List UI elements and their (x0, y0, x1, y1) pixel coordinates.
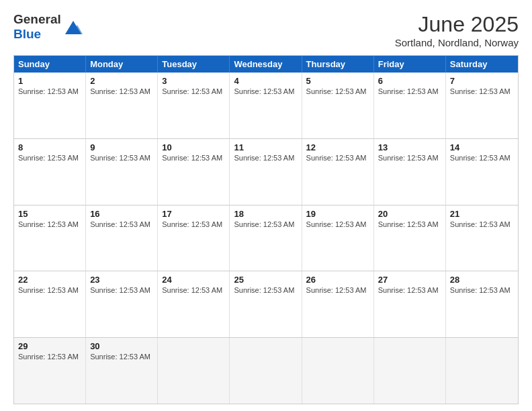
day-number: 24 (162, 275, 225, 285)
cal-cell-1-2: 10Sunrise: 12:53 AM (158, 139, 230, 205)
header-thursday: Thursday (302, 56, 374, 73)
sunrise-time: Sunrise: 12:53 AM (306, 220, 367, 228)
day-number: 13 (378, 142, 441, 152)
sunrise-time: Sunrise: 12:53 AM (450, 87, 511, 95)
cal-cell-3-5: 27Sunrise: 12:53 AM (374, 271, 446, 337)
cal-cell-3-4: 26Sunrise: 12:53 AM (302, 271, 374, 337)
day-number: 7 (450, 76, 514, 86)
day-number: 3 (162, 76, 225, 86)
cal-cell-1-3: 11Sunrise: 12:53 AM (230, 139, 302, 205)
sunrise-time: Sunrise: 12:53 AM (18, 154, 79, 162)
day-number: 26 (306, 275, 369, 285)
sunrise-time: Sunrise: 12:53 AM (306, 286, 367, 294)
cal-cell-3-2: 24Sunrise: 12:53 AM (158, 271, 230, 337)
day-number: 16 (90, 209, 153, 219)
day-number: 9 (90, 142, 153, 152)
header: General Blue June 2025 Sortland, Nordlan… (13, 12, 519, 48)
sunrise-time: Sunrise: 12:53 AM (450, 154, 511, 162)
day-number: 10 (162, 142, 225, 152)
cal-cell-4-6 (446, 338, 518, 404)
cal-cell-0-0: 1Sunrise: 12:53 AM (14, 73, 86, 138)
sunrise-time: Sunrise: 12:53 AM (234, 220, 294, 228)
week-row-5: 29Sunrise: 12:53 AM30Sunrise: 12:53 AM (14, 337, 518, 404)
header-monday: Monday (86, 56, 158, 73)
day-number: 14 (450, 142, 514, 152)
week-row-4: 22Sunrise: 12:53 AM23Sunrise: 12:53 AM24… (14, 271, 518, 337)
cal-cell-0-3: 4Sunrise: 12:53 AM (230, 73, 302, 138)
cal-cell-2-0: 15Sunrise: 12:53 AM (14, 205, 86, 271)
calendar-body: 1Sunrise: 12:53 AM2Sunrise: 12:53 AM3Sun… (14, 73, 518, 404)
sunrise-time: Sunrise: 12:53 AM (162, 87, 222, 95)
location: Sortland, Nordland, Norway (395, 37, 519, 48)
header-wednesday: Wednesday (230, 56, 302, 73)
day-number: 22 (18, 275, 81, 285)
sunrise-time: Sunrise: 12:53 AM (162, 154, 222, 162)
sunrise-time: Sunrise: 12:53 AM (234, 87, 294, 95)
day-number: 23 (90, 275, 153, 285)
logo-icon (62, 17, 83, 37)
cal-cell-1-1: 9Sunrise: 12:53 AM (86, 139, 158, 205)
header-saturday: Saturday (446, 56, 518, 73)
week-row-3: 15Sunrise: 12:53 AM16Sunrise: 12:53 AM17… (14, 205, 518, 271)
day-number: 27 (378, 275, 441, 285)
cal-cell-2-5: 20Sunrise: 12:53 AM (374, 205, 446, 271)
sunrise-time: Sunrise: 12:53 AM (162, 220, 222, 228)
cal-cell-1-5: 13Sunrise: 12:53 AM (374, 139, 446, 205)
week-row-1: 1Sunrise: 12:53 AM2Sunrise: 12:53 AM3Sun… (14, 73, 518, 138)
cal-cell-4-2 (158, 338, 230, 404)
sunrise-time: Sunrise: 12:53 AM (306, 154, 367, 162)
day-number: 30 (90, 341, 153, 351)
day-number: 29 (18, 341, 81, 351)
sunrise-time: Sunrise: 12:53 AM (90, 87, 150, 95)
day-number: 17 (162, 209, 225, 219)
logo-general-text: General (13, 12, 61, 27)
cal-cell-2-6: 21Sunrise: 12:53 AM (446, 205, 518, 271)
day-number: 21 (450, 209, 514, 219)
cal-cell-1-0: 8Sunrise: 12:53 AM (14, 139, 86, 205)
sunrise-time: Sunrise: 12:53 AM (162, 286, 222, 294)
sunrise-time: Sunrise: 12:53 AM (234, 286, 294, 294)
cal-cell-2-2: 17Sunrise: 12:53 AM (158, 205, 230, 271)
sunrise-time: Sunrise: 12:53 AM (90, 220, 150, 228)
day-number: 28 (450, 275, 514, 285)
cal-cell-2-1: 16Sunrise: 12:53 AM (86, 205, 158, 271)
cal-cell-0-1: 2Sunrise: 12:53 AM (86, 73, 158, 138)
cal-cell-1-6: 14Sunrise: 12:53 AM (446, 139, 518, 205)
cal-cell-2-3: 18Sunrise: 12:53 AM (230, 205, 302, 271)
sunrise-time: Sunrise: 12:53 AM (378, 87, 439, 95)
sunrise-time: Sunrise: 12:53 AM (90, 286, 150, 294)
cal-cell-4-0: 29Sunrise: 12:53 AM (14, 338, 86, 404)
cal-cell-3-1: 23Sunrise: 12:53 AM (86, 271, 158, 337)
header-friday: Friday (374, 56, 446, 73)
day-number: 15 (18, 209, 81, 219)
cal-cell-3-0: 22Sunrise: 12:53 AM (14, 271, 86, 337)
cal-cell-0-2: 3Sunrise: 12:53 AM (158, 73, 230, 138)
day-number: 2 (90, 76, 153, 86)
cal-cell-4-1: 30Sunrise: 12:53 AM (86, 338, 158, 404)
day-number: 18 (234, 209, 297, 219)
day-number: 20 (378, 209, 441, 219)
week-row-2: 8Sunrise: 12:53 AM9Sunrise: 12:53 AM10Su… (14, 138, 518, 205)
sunrise-time: Sunrise: 12:53 AM (18, 353, 79, 361)
day-number: 19 (306, 209, 369, 219)
cal-cell-4-5 (374, 338, 446, 404)
cal-cell-4-3 (230, 338, 302, 404)
cal-cell-1-4: 12Sunrise: 12:53 AM (302, 139, 374, 205)
sunrise-time: Sunrise: 12:53 AM (378, 154, 439, 162)
calendar: Sunday Monday Tuesday Wednesday Thursday… (13, 55, 519, 404)
header-sunday: Sunday (14, 56, 86, 73)
cal-cell-3-3: 25Sunrise: 12:53 AM (230, 271, 302, 337)
day-number: 4 (234, 76, 297, 86)
day-number: 8 (18, 142, 81, 152)
sunrise-time: Sunrise: 12:53 AM (450, 286, 511, 294)
month-year: June 2025 (395, 12, 519, 37)
day-number: 12 (306, 142, 369, 152)
cal-cell-0-5: 6Sunrise: 12:53 AM (374, 73, 446, 138)
sunrise-time: Sunrise: 12:53 AM (306, 87, 367, 95)
day-number: 5 (306, 76, 369, 86)
cal-cell-2-4: 19Sunrise: 12:53 AM (302, 205, 374, 271)
sunrise-time: Sunrise: 12:53 AM (378, 220, 439, 228)
header-tuesday: Tuesday (158, 56, 230, 73)
sunrise-time: Sunrise: 12:53 AM (18, 87, 79, 95)
calendar-header: Sunday Monday Tuesday Wednesday Thursday… (14, 56, 518, 73)
